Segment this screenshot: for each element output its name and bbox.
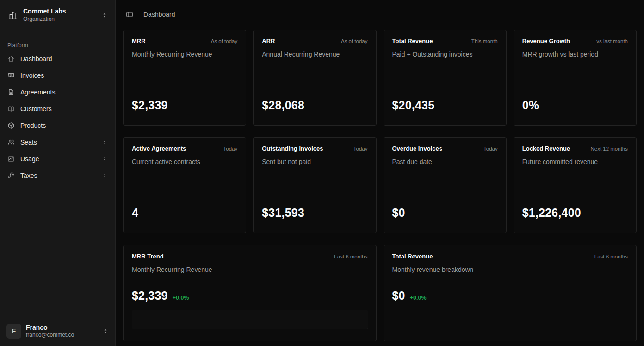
card-subtitle: Annual Recurring Revenue: [262, 50, 367, 58]
card-period: This month: [471, 38, 498, 44]
card-title: ARR: [262, 38, 275, 44]
receipt-icon: [7, 72, 15, 79]
card-title: Revenue Growth: [522, 38, 570, 44]
avatar: F: [6, 324, 21, 339]
user-name: Franco: [26, 324, 98, 332]
sidebar-item-label: Taxes: [20, 172, 96, 179]
card-subtitle: Monthly Recurring Revenue: [132, 266, 368, 273]
users-icon: [7, 138, 15, 146]
sidebar-item-products[interactable]: Products: [4, 118, 111, 133]
card-title: Active Agreements: [132, 145, 186, 152]
sidebar-section-platform: Platform: [4, 39, 111, 50]
mrr-trend-sparkline: [132, 310, 368, 329]
chart-change-badge: +0.0%: [410, 295, 427, 301]
chevrons-up-down-icon: [102, 328, 109, 334]
card-value: 4: [132, 206, 237, 220]
card-title: Total Revenue: [392, 38, 433, 44]
sidebar-item-label: Customers: [20, 105, 108, 113]
user-menu[interactable]: F Franco franco@commet.co: [4, 321, 111, 342]
card-value: $0: [392, 206, 498, 220]
card-period: Next 12 months: [590, 146, 628, 151]
card-period: As of today: [341, 38, 368, 44]
sidebar-item-label: Agreements: [20, 88, 108, 96]
metric-card-outstanding-invoices: Outstanding Invoices Today Sent but not …: [253, 137, 376, 233]
sidebar-item-dashboard[interactable]: Dashboard: [4, 51, 111, 66]
metric-card-locked-revenue: Locked Revenue Next 12 months Future com…: [514, 137, 637, 233]
home-icon: [7, 55, 15, 63]
metric-card-active-agreements: Active Agreements Today Current active c…: [123, 137, 246, 233]
sidebar-spacer: [4, 183, 111, 321]
card-subtitle: Paid + Outstanding invoices: [392, 50, 498, 58]
sidebar-toggle-button[interactable]: [123, 8, 136, 21]
card-value: $20,435: [392, 99, 498, 112]
card-title: MRR: [132, 38, 146, 44]
card-value: $31,593: [262, 206, 367, 220]
sidebar-item-label: Seats: [20, 138, 96, 146]
chart-value: $2,339: [132, 289, 168, 302]
dashboard-content: MRR As of today Monthly Recurring Revenu…: [116, 29, 644, 346]
card-title: MRR Trend: [132, 253, 164, 260]
chart-change-badge: +0.0%: [173, 295, 189, 301]
chart-card-mrr-trend: MRR Trend Last 6 months Monthly Recurrin…: [123, 245, 377, 341]
sidebar-item-usage[interactable]: Usage: [4, 151, 111, 166]
card-subtitle: Future committed revenue: [522, 158, 628, 165]
card-value: $1,226,400: [522, 206, 628, 220]
card-title: Total Revenue: [392, 253, 433, 260]
org-name: Commet Labs: [23, 7, 97, 16]
card-value: 0%: [522, 99, 628, 112]
topbar: Dashboard: [116, 0, 644, 29]
chevron-right-icon: [101, 172, 108, 179]
sidebar-item-label: Products: [20, 122, 108, 129]
metrics-grid: MRR As of today Monthly Recurring Revenu…: [123, 30, 637, 233]
chart-value: $0: [392, 289, 405, 302]
sidebar-item-label: Dashboard: [20, 55, 108, 63]
package-icon: [7, 122, 15, 129]
card-period: Today: [483, 146, 498, 151]
card-period: Today: [353, 146, 368, 151]
card-period: Today: [223, 146, 238, 151]
building-icon: [7, 10, 19, 21]
metric-card-total-revenue: Total Revenue This month Paid + Outstand…: [384, 30, 507, 126]
open-book-icon: [7, 105, 15, 113]
user-email: franco@commet.co: [26, 332, 98, 339]
sidebar-item-label: Invoices: [20, 72, 108, 79]
card-title: Outstanding Invoices: [262, 145, 323, 152]
metric-card-overdue-invoices: Overdue Invoices Today Past due date $0: [384, 137, 507, 233]
wrench-icon: [7, 172, 15, 179]
card-title: Locked Revenue: [522, 145, 570, 152]
card-subtitle: Monthly revenue breakdown: [392, 266, 628, 273]
metric-card-revenue-growth: Revenue Growth vs last month MRR growth …: [514, 30, 637, 126]
sidebar: Commet Labs Organization Platform Dashbo…: [0, 0, 116, 346]
card-subtitle: Monthly Recurring Revenue: [132, 50, 237, 58]
sidebar-item-customers[interactable]: Customers: [4, 101, 111, 116]
chevron-right-icon: [101, 139, 108, 145]
sidebar-item-taxes[interactable]: Taxes: [4, 168, 111, 183]
card-subtitle: MRR growth vs last period: [522, 50, 628, 58]
main-area: Dashboard MRR As of today Monthly Recurr…: [116, 0, 644, 346]
card-title: Overdue Invoices: [392, 145, 442, 152]
card-period: Last 6 months: [334, 254, 367, 259]
sidebar-nav: Dashboard Invoices Agreements: [4, 51, 111, 183]
revenue-breakdown-chart: [392, 310, 628, 329]
org-switcher[interactable]: Commet Labs Organization: [4, 4, 111, 26]
card-period: Last 6 months: [594, 254, 628, 259]
sidebar-item-invoices[interactable]: Invoices: [4, 68, 111, 83]
chart-card-total-revenue: Total Revenue Last 6 months Monthly reve…: [384, 245, 637, 341]
sidebar-item-agreements[interactable]: Agreements: [4, 85, 111, 100]
chevrons-up-down-icon: [101, 12, 108, 19]
metric-card-arr: ARR As of today Annual Recurring Revenue…: [253, 30, 376, 126]
sidebar-item-label: Usage: [20, 155, 96, 163]
card-period: vs last month: [596, 38, 628, 44]
metric-card-mrr: MRR As of today Monthly Recurring Revenu…: [123, 30, 246, 126]
card-value: $2,339: [132, 99, 237, 112]
charts-grid: MRR Trend Last 6 months Monthly Recurrin…: [123, 245, 637, 341]
card-subtitle: Current active contracts: [132, 158, 237, 165]
document-icon: [7, 88, 15, 96]
card-subtitle: Sent but not paid: [262, 158, 367, 165]
card-period: As of today: [211, 38, 238, 44]
card-subtitle: Past due date: [392, 158, 498, 165]
chevron-right-icon: [101, 156, 108, 162]
sidebar-item-seats[interactable]: Seats: [4, 135, 111, 150]
org-type-label: Organization: [23, 16, 97, 23]
card-value: $28,068: [262, 99, 367, 112]
